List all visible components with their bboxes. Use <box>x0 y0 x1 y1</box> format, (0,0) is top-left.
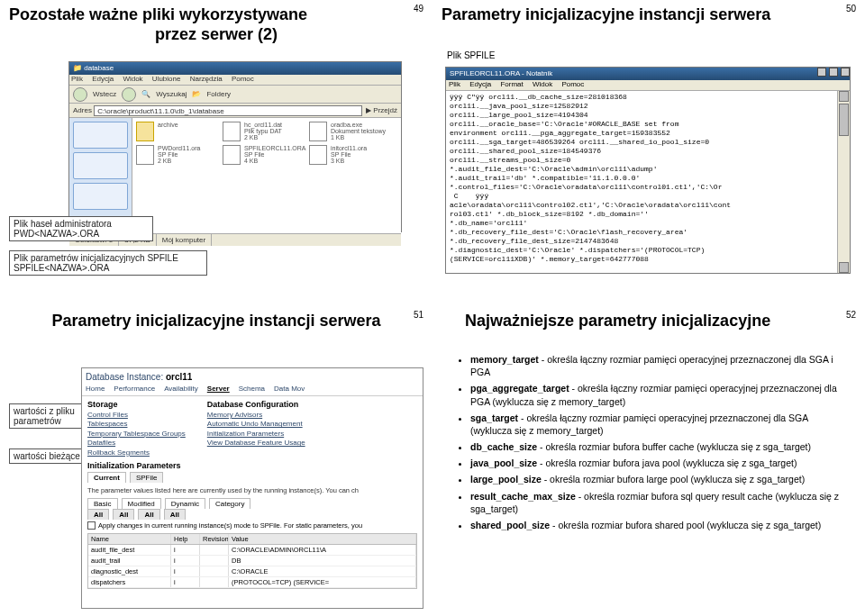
param-list: memory_target - określa łączny rozmiar p… <box>458 353 849 535</box>
cell-value[interactable]: DB <box>229 556 416 566</box>
callout-current-values: wartości bieżące <box>9 448 92 464</box>
back-label: Wstecz <box>93 90 116 98</box>
menu-edit[interactable]: Edycja <box>469 80 491 88</box>
cell-value[interactable]: C:\ORACLE\ADMIN\ORCL11\A <box>229 545 416 555</box>
file-item[interactable]: oradba.exeDokument tekstowy 1 KB <box>309 122 387 141</box>
window-title: database <box>84 64 114 72</box>
tab-performance[interactable]: Performance <box>114 385 155 393</box>
checkbox-label: Apply changes in current running instanc… <box>98 521 362 530</box>
cat-all[interactable]: All <box>87 509 109 520</box>
minimize-icon[interactable] <box>817 68 826 77</box>
task-block[interactable] <box>73 152 128 179</box>
cat-modified[interactable]: Modified <box>122 498 161 509</box>
file-item[interactable]: SPFILEORCL11.ORASP File 4 KB <box>223 145 300 165</box>
scroll-up-icon[interactable] <box>839 91 849 102</box>
text-content[interactable]: ÿÿÿ C"ÿÿ orcl11.__db_cache_size=28101836… <box>446 91 850 271</box>
toolbar: Wstecz 🔍 Wyszukaj 📂 Foldery <box>69 86 401 104</box>
link-control-files[interactable]: Control Files <box>87 411 186 420</box>
table-row[interactable]: dispatchers i (PROTOCOL=TCP) (SERVICE= <box>88 577 416 588</box>
cat-all[interactable]: All <box>113 509 134 520</box>
tab-schema[interactable]: Schema <box>239 385 265 393</box>
go-button[interactable]: ▶ Przejdź <box>362 106 401 114</box>
cat-all[interactable]: All <box>164 509 186 520</box>
slide-title: Pozostałe ważne pliki wykorzystywane prz… <box>9 5 423 44</box>
cat-basic[interactable]: Basic <box>87 498 118 509</box>
tab-server[interactable]: Server <box>207 385 230 393</box>
slide-number: 49 <box>414 4 423 14</box>
menu-edit[interactable]: Edycja <box>92 75 114 83</box>
checkbox[interactable] <box>87 521 96 530</box>
search-icon[interactable]: 🔍 <box>141 90 150 98</box>
folders-icon[interactable]: 📂 <box>192 90 201 98</box>
tab-datamov[interactable]: Data Mov <box>274 385 305 393</box>
cell-help[interactable]: i <box>171 556 200 566</box>
task-block[interactable] <box>73 183 128 210</box>
table-row[interactable]: audit_trail i DB <box>88 556 416 566</box>
table-row[interactable]: audit_file_dest i C:\ORACLE\ADMIN\ORCL11… <box>88 545 416 556</box>
col-value[interactable]: Value <box>229 534 416 544</box>
scroll-thumb[interactable] <box>839 104 849 136</box>
title-line1: Pozostałe ważne pliki wykorzystywane <box>9 5 307 23</box>
menu-file[interactable]: Plik <box>71 75 83 83</box>
subtab-current[interactable]: Current <box>87 472 126 483</box>
maximize-icon[interactable] <box>829 68 838 77</box>
link-rollback[interactable]: Rollback Segments <box>87 448 186 457</box>
scrollbar[interactable] <box>837 91 850 273</box>
notepad-window: SPFILEORCL11.ORA - Notatnik Plik Edycja … <box>445 67 851 274</box>
folder-icon: 📁 <box>73 64 82 72</box>
file-item[interactable]: archive <box>136 122 214 141</box>
col-help[interactable]: Help <box>171 534 200 544</box>
slide-title: Parametry inicjalizacyjne instancji serw… <box>9 312 423 331</box>
cell-help[interactable]: i <box>171 566 200 576</box>
col-name[interactable]: Name <box>88 534 171 544</box>
menu-help[interactable]: Pomoc <box>561 80 584 88</box>
title-line2: przez serwer (2) <box>9 25 423 45</box>
slide-51: 51 Parametry inicjalizacyjne instancji s… <box>0 306 432 612</box>
list-item: large_pool_size - określa rozmiar bufora… <box>470 473 849 485</box>
menu-file[interactable]: Plik <box>449 80 460 88</box>
spfile-label: Plik SPFILE <box>447 50 495 60</box>
menu-format[interactable]: Format <box>500 80 523 88</box>
scroll-down-icon[interactable] <box>839 262 849 273</box>
cell-value[interactable]: C:\ORACLE <box>229 566 416 576</box>
menubar[interactable]: Plik Edycja Format Widok Pomoc <box>446 80 850 91</box>
link-feature-usage[interactable]: View Database Feature Usage <box>207 439 305 448</box>
task-block[interactable] <box>73 122 128 149</box>
cat-dynamic[interactable]: Dynamic <box>165 498 205 509</box>
back-button[interactable] <box>73 87 87 102</box>
file-name: initorcl11.ora <box>331 145 367 151</box>
file-icon <box>223 122 241 141</box>
link-undo-mgmt[interactable]: Automatic Undo Management <box>207 420 305 429</box>
tab-home[interactable]: Home <box>86 385 105 393</box>
menubar[interactable]: Plik Edycja Widok Ulubione Narzędzia Pom… <box>69 75 401 86</box>
menu-help[interactable]: Pomoc <box>232 75 254 83</box>
tab-availability[interactable]: Availability <box>164 385 198 393</box>
menu-view[interactable]: Widok <box>123 75 142 83</box>
link-memory-advisors[interactable]: Memory Advisors <box>207 411 305 420</box>
menu-view[interactable]: Widok <box>533 80 552 88</box>
file-item[interactable]: PWDorcl11.oraSP File 2 KB <box>136 145 214 165</box>
link-init-params[interactable]: Initialization Parameters <box>207 430 305 439</box>
param-name: db_cache_size <box>470 441 537 452</box>
file-item[interactable]: hc_orcl11.datPlik typu DAT 2 KB <box>223 122 300 141</box>
slide-52: 52 Najważniejsze parametry inicjalizacyj… <box>432 306 865 612</box>
menu-fav[interactable]: Ulubione <box>152 75 181 83</box>
cell-value[interactable]: (PROTOCOL=TCP) (SERVICE= <box>229 577 416 587</box>
menu-tools[interactable]: Narzędzia <box>190 75 223 83</box>
cell-help[interactable]: i <box>171 577 200 587</box>
subtab-spfile[interactable]: SPFile <box>130 472 164 483</box>
cat-category[interactable]: Category <box>209 498 250 509</box>
cat-all[interactable]: All <box>138 509 159 520</box>
link-tablespaces[interactable]: Tablespaces <box>87 420 186 429</box>
close-icon[interactable] <box>841 68 850 77</box>
forward-button[interactable] <box>122 87 136 102</box>
table-row[interactable]: diagnostic_dest i C:\ORACLE <box>88 566 416 577</box>
col-revisions[interactable]: Revisions <box>200 534 229 544</box>
cell-help[interactable]: i <box>171 545 200 555</box>
subtabs: Current SPFile <box>82 472 423 483</box>
address-input[interactable]: C:\oracle\product\11.1.0\db_1\database <box>94 105 362 116</box>
link-temp-groups[interactable]: Temporary Tablespace Groups <box>87 430 186 439</box>
file-item[interactable]: initorcl11.oraSP File 3 KB <box>309 145 387 165</box>
link-datafiles[interactable]: Datafiles <box>87 439 186 448</box>
window-titlebar: 📁 database <box>69 62 401 75</box>
